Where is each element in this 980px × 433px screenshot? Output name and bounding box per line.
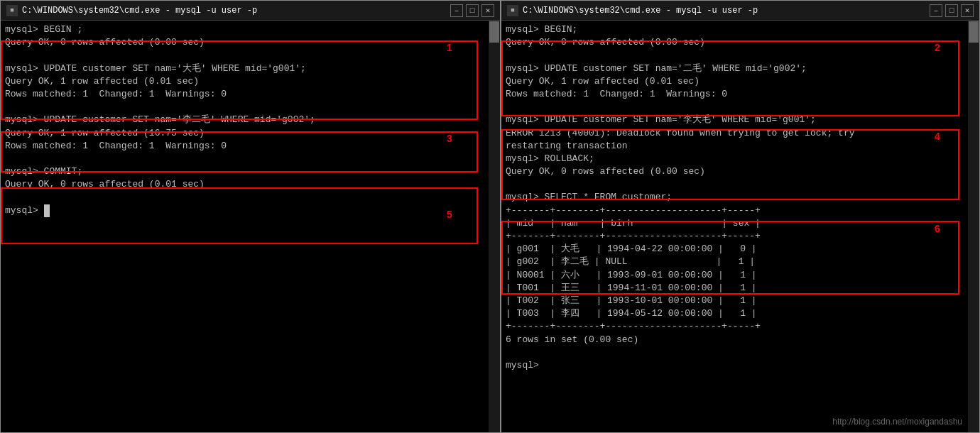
- line-blank-3-right: [506, 178, 964, 191]
- left-terminal-window: ■ C:\WINDOWS\system32\cmd.exe - mysql -u…: [0, 0, 501, 433]
- left-window-controls[interactable]: – □ ✕: [450, 4, 494, 17]
- line-commit-left: mysql> COMMIT;: [5, 165, 484, 178]
- left-scrollbar[interactable]: [489, 21, 500, 432]
- line-update2-rows-left: Rows matched: 1 Changed: 1 Warnings: 0: [5, 140, 484, 153]
- line-begin-ok-right: Query OK, 0 rows affected (0.00 sec): [506, 36, 964, 49]
- annotation-label-1: 1: [447, 42, 452, 53]
- line-blank-1-left: [5, 49, 484, 62]
- line-update1-ok-right: Query OK, 1 row affected (0.01 sec): [506, 75, 964, 88]
- line-table-header: | mid | nam | birh | sex |: [506, 217, 964, 230]
- line-table-row-5: | T002 | 张三 | 1993-10-01 00:00:00 | 1 |: [506, 295, 964, 307]
- right-terminal-body: 2 mysql> BEGIN; Query OK, 0 rows affecte…: [501, 21, 968, 432]
- annotation-label-2: 2: [935, 42, 940, 53]
- left-title-bar: ■ C:\WINDOWS\system32\cmd.exe - mysql -u…: [1, 1, 500, 21]
- line-blank-2-right: [506, 101, 964, 114]
- minimize-button-left[interactable]: –: [450, 4, 463, 17]
- left-scrollbar-thumb[interactable]: [489, 21, 499, 43]
- right-scrollbar[interactable]: [968, 21, 979, 432]
- right-scrollbar-thumb[interactable]: [969, 21, 979, 43]
- line-begin-right: mysql> BEGIN;: [506, 23, 964, 36]
- right-title-bar: ■ C:\WINDOWS\system32\cmd.exe - mysql -u…: [501, 1, 979, 21]
- right-window-title: C:\WINDOWS\system32\cmd.exe - mysql -u u…: [523, 6, 758, 16]
- line-table-row-2: | g002 | 李二毛 | NULL | 1 |: [506, 256, 964, 268]
- line-rowcount-right: 6 rows in set (0.00 sec): [506, 334, 964, 346]
- left-terminal-body: 1 mysql> BEGIN ; Query OK, 0 rows affect…: [1, 21, 489, 432]
- left-window-title: C:\WINDOWS\system32\cmd.exe - mysql -u u…: [22, 6, 257, 16]
- line-update1-ok-left: Query OK, 1 row affected (0.01 sec): [5, 75, 484, 88]
- line-blank-4-left: [5, 191, 484, 204]
- line-update1-left: mysql> UPDATE customer SET nam='大毛' WHER…: [5, 62, 484, 75]
- line-error-right: ERROR 1213 (40001): Deadlock found when …: [506, 127, 964, 140]
- line-table-row-1: | g001 | 大毛 | 1994-04-22 00:00:00 | 0 |: [506, 243, 964, 256]
- line-update1-rows-left: Rows matched: 1 Changed: 1 Warnings: 0: [5, 88, 484, 101]
- line-update1-right: mysql> UPDATE customer SET nam='二毛' WHER…: [506, 62, 964, 75]
- cmd-icon-right: ■: [507, 5, 518, 16]
- line-select-right: mysql> SELECT * FROM customer;: [506, 191, 964, 204]
- right-window-controls[interactable]: – □ ✕: [930, 4, 974, 17]
- annotation-label-6: 6: [935, 223, 940, 234]
- annotation-label-5: 5: [447, 209, 452, 220]
- line-table-row-6: | T003 | 李四 | 1994-05-12 00:00:00 | 1 |: [506, 307, 964, 320]
- cmd-icon-left: ■: [6, 5, 18, 16]
- line-blank-2-left: [5, 101, 484, 114]
- line-begin-left: mysql> BEGIN ;: [5, 23, 484, 36]
- annotation-label-4: 4: [935, 131, 940, 142]
- close-button-left[interactable]: ✕: [481, 4, 494, 17]
- line-rollback-ok-right: Query OK, 0 rows affected (0.00 sec): [506, 165, 964, 178]
- line-table-border2: +-------+--------+---------------------+…: [506, 230, 964, 243]
- line-prompt-right: mysql>: [506, 359, 964, 372]
- close-button-right[interactable]: ✕: [961, 4, 974, 17]
- watermark: http://blog.csdn.net/moxigandashu: [832, 417, 962, 427]
- annotation-label-3: 3: [447, 133, 452, 144]
- line-commit-ok-left: Query OK, 0 rows affected (0.01 sec): [5, 178, 484, 191]
- line-begin-ok-left: Query OK, 0 rows affected (0.00 sec): [5, 36, 484, 49]
- line-update2-ok-left: Query OK, 1 row affected (16.75 sec): [5, 127, 484, 140]
- minimize-button-right[interactable]: –: [930, 4, 942, 17]
- line-table-border3: +-------+--------+---------------------+…: [506, 320, 964, 333]
- line-blank-3-left: [5, 153, 484, 165]
- left-title-bar-left: ■ C:\WINDOWS\system32\cmd.exe - mysql -u…: [6, 5, 257, 16]
- line-update1-rows-right: Rows matched: 1 Changed: 1 Warnings: 0: [506, 88, 964, 101]
- line-prompt-left: mysql>: [5, 204, 484, 217]
- right-title-bar-left: ■ C:\WINDOWS\system32\cmd.exe - mysql -u…: [507, 5, 758, 16]
- line-table-row-3: | N0001 | 六小 | 1993-09-01 00:00:00 | 1 |: [506, 269, 964, 282]
- line-error2-right: restarting transaction: [506, 140, 964, 153]
- right-terminal-window: ■ C:\WINDOWS\system32\cmd.exe - mysql -u…: [501, 0, 980, 433]
- line-update2-left: mysql> UPDATE customer SET nam='李二毛' WHE…: [5, 114, 484, 126]
- line-blank-1-right: [506, 49, 964, 62]
- maximize-button-right[interactable]: □: [945, 4, 958, 17]
- line-update2-right: mysql> UPDATE customer SET nam='李大毛' WHE…: [506, 114, 964, 126]
- line-blank-4-right: [506, 346, 964, 359]
- line-table-row-4: | T001 | 王三 | 1994-11-01 00:00:00 | 1 |: [506, 282, 964, 295]
- maximize-button-left[interactable]: □: [466, 4, 479, 17]
- line-table-border1: +-------+--------+---------------------+…: [506, 204, 964, 217]
- line-rollback-right: mysql> ROLLBACK;: [506, 153, 964, 165]
